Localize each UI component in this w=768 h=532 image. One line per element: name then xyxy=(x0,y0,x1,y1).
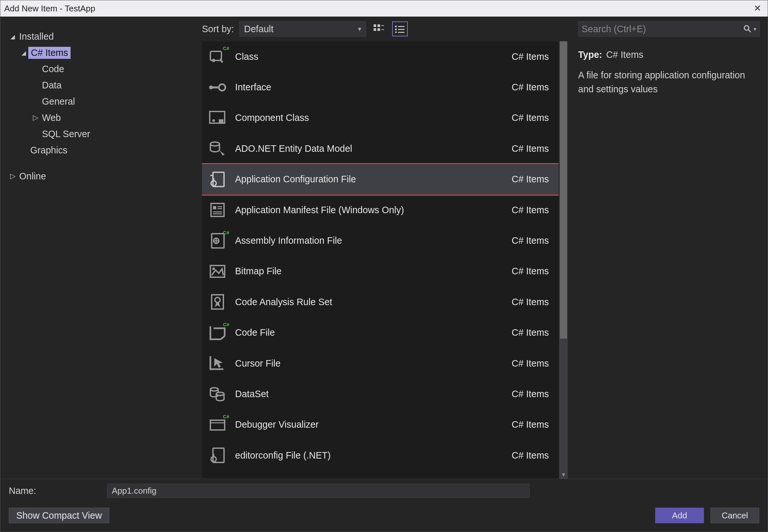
template-item-label: editorconfig File (.NET) xyxy=(235,450,503,461)
svg-point-13 xyxy=(212,59,215,62)
window-title: Add New Item - TestApp xyxy=(4,4,95,14)
template-item-label: Code Analysis Rule Set xyxy=(235,297,503,307)
debugger-icon: C# xyxy=(208,416,227,434)
csharp-tag: C# xyxy=(223,230,229,235)
template-item-category: C# Items xyxy=(512,358,549,369)
sort-by-label: Sort by: xyxy=(202,24,234,34)
view-medium-icons-button[interactable] xyxy=(371,21,387,36)
svg-rect-9 xyxy=(398,29,405,30)
class-icon: C# xyxy=(208,47,227,66)
bitmap-icon xyxy=(208,262,227,280)
template-item[interactable]: editorconfig File (.NET)C# Items xyxy=(202,440,559,471)
chevron-down-icon[interactable]: ▾ xyxy=(754,26,756,32)
dataset-icon xyxy=(208,385,227,403)
svg-rect-42 xyxy=(210,420,225,430)
template-item-label: Application Configuration File xyxy=(235,174,503,185)
search-icon: ▾ xyxy=(743,25,756,33)
template-item[interactable]: DataSetC# Items xyxy=(202,379,559,409)
template-item[interactable]: C#Debugger VisualizerC# Items xyxy=(202,409,559,440)
component-icon xyxy=(208,109,227,127)
search-input[interactable]: Search (Ctrl+E) ▾ xyxy=(578,21,760,37)
svg-point-14 xyxy=(219,84,225,91)
sort-bar: Sort by: Default ▾ xyxy=(199,17,568,41)
csharp-tag: C# xyxy=(223,322,229,327)
template-item-category: C# Items xyxy=(512,297,549,307)
svg-line-48 xyxy=(748,30,751,32)
svg-point-18 xyxy=(212,119,215,122)
add-new-item-dialog: Add New Item - TestApp ✕ Installed C# It… xyxy=(0,0,768,532)
svg-rect-26 xyxy=(213,206,216,209)
template-item-category: C# Items xyxy=(512,51,549,62)
template-item[interactable]: Component ClassC# Items xyxy=(202,103,559,133)
svg-point-38 xyxy=(215,297,220,303)
template-list: C#ClassC# Items InterfaceC# Items Compon… xyxy=(202,41,559,479)
template-item[interactable]: Application Configuration FileC# Items xyxy=(202,164,559,195)
close-icon[interactable]: ✕ xyxy=(751,4,764,13)
cancel-button[interactable]: Cancel xyxy=(710,508,759,523)
template-item-label: Cursor File xyxy=(235,358,503,369)
template-item[interactable]: ADO.NET Entity Data ModelC# Items xyxy=(202,133,559,164)
template-item-category: C# Items xyxy=(512,327,549,338)
interface-icon xyxy=(208,78,227,97)
template-item[interactable]: Application Manifest File (Windows Only)… xyxy=(202,195,559,225)
scroll-down-icon[interactable]: ▼ xyxy=(559,472,568,478)
svg-rect-6 xyxy=(395,26,397,27)
svg-line-39 xyxy=(221,336,225,339)
template-item[interactable]: C#ClassC# Items xyxy=(202,41,559,72)
template-item[interactable]: Cursor FileC# Items xyxy=(202,348,559,379)
template-item-category: C# Items xyxy=(512,112,549,123)
template-item-category: C# Items xyxy=(512,82,549,93)
tree-node-online[interactable]: Online xyxy=(8,168,194,184)
template-item-label: Application Manifest File (Windows Only) xyxy=(235,205,503,215)
template-item-label: Class xyxy=(235,51,503,62)
cursor-icon xyxy=(208,354,227,372)
svg-rect-21 xyxy=(213,172,224,187)
tree-node-web[interactable]: Web xyxy=(8,110,194,126)
tree-node-sql-server[interactable]: SQL Server xyxy=(8,126,194,142)
svg-rect-11 xyxy=(398,32,405,33)
editorconfig-icon xyxy=(208,446,227,464)
details-pane: Search (Ctrl+E) ▾ Type: C# Items xyxy=(568,17,768,479)
template-item-label: Component Class xyxy=(235,112,503,123)
tree-node-csharp-items[interactable]: C# Items xyxy=(8,45,194,61)
tree-node-installed[interactable]: Installed xyxy=(8,28,194,45)
name-input[interactable] xyxy=(107,484,530,498)
template-item[interactable]: C#Code FileC# Items xyxy=(202,318,559,348)
svg-rect-3 xyxy=(377,28,380,31)
tree-node-general[interactable]: General xyxy=(8,93,194,110)
sort-by-select[interactable]: Default ▾ xyxy=(239,21,366,37)
template-item-label: Assembly Information File xyxy=(235,235,503,246)
template-item-category: C# Items xyxy=(512,266,549,277)
template-item[interactable]: Bitmap FileC# Items xyxy=(202,256,559,287)
svg-point-16 xyxy=(209,85,213,89)
svg-rect-5 xyxy=(381,29,384,30)
svg-rect-1 xyxy=(377,24,380,27)
template-item-category: C# Items xyxy=(512,143,549,154)
csharp-tag: C# xyxy=(223,45,229,51)
sort-by-value: Default xyxy=(244,24,274,34)
name-label: Name: xyxy=(9,486,100,496)
scrollbar[interactable]: ▼ xyxy=(559,41,568,479)
type-label: Type: xyxy=(578,48,602,62)
template-item-category: C# Items xyxy=(512,389,549,399)
add-button[interactable]: Add xyxy=(655,508,704,523)
template-item[interactable]: Code Analysis Rule SetC# Items xyxy=(202,287,559,317)
show-compact-view-button[interactable]: Show Compact View xyxy=(9,508,109,523)
assembly-icon: C# xyxy=(208,232,227,250)
tree-node-data[interactable]: Data xyxy=(8,77,194,93)
chevron-down-icon xyxy=(8,32,17,41)
scrollbar-thumb[interactable] xyxy=(560,41,567,339)
template-item-category: C# Items xyxy=(512,235,549,246)
tree-node-code[interactable]: Code xyxy=(8,61,194,77)
tree-node-graphics[interactable]: Graphics xyxy=(8,142,194,158)
svg-rect-7 xyxy=(398,26,405,27)
template-item[interactable]: InterfaceC# Items xyxy=(202,72,559,102)
ruleset-icon xyxy=(208,293,227,311)
template-item[interactable]: C#Assembly Information FileC# Items xyxy=(202,225,559,256)
template-item-label: Bitmap File xyxy=(235,266,503,277)
category-tree: Installed C# Items Code Data General xyxy=(0,17,199,479)
csharp-tag: C# xyxy=(223,414,229,419)
template-item-label: Debugger Visualizer xyxy=(235,419,503,430)
view-small-icons-button[interactable] xyxy=(392,21,408,36)
svg-rect-4 xyxy=(381,25,384,26)
